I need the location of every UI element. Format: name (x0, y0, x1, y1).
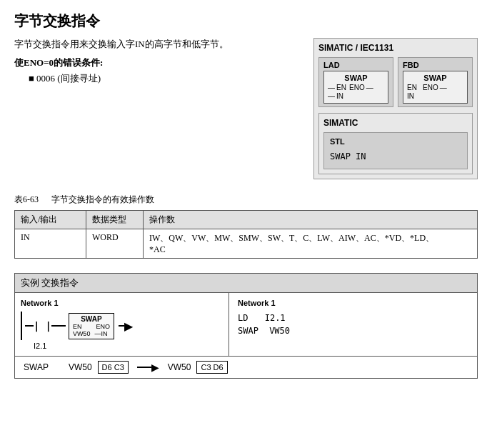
fbd-label: FBD (403, 61, 468, 69)
ld-instr: LD (238, 313, 248, 323)
example-ladder: Network 1 | | (15, 293, 229, 356)
lad-label: LAD (323, 61, 388, 69)
swap-en-row: EN ENO (73, 323, 110, 330)
lad-in-row: — IN (328, 92, 384, 100)
example-title: 实例 交换指令 (15, 274, 477, 293)
swap-operand: VW50 (269, 326, 290, 336)
simatic-iec-box: SIMATIC / IEC1131 LAD SWAP — EN ENO — (313, 38, 478, 179)
bullet-text: 0006 (间接寻址) (36, 73, 101, 84)
swap-eno-label: ENO (96, 323, 110, 330)
page-title: 字节交换指令 (14, 11, 478, 31)
simatic-iec-title: SIMATIC / IEC1131 (318, 43, 473, 53)
wire1 (25, 325, 34, 327)
example-section: 实例 交换指令 Network 1 | (14, 273, 478, 379)
eno-condition-label: 使ENO=0的错误条件: (14, 56, 299, 69)
swap-en-label: EN (73, 323, 82, 330)
lad-en-row: — EN ENO — (328, 84, 384, 91)
table-section: 表6-63 字节交换指令的有效操作数 输入/输出 数据类型 操作数 IN WOR… (14, 194, 478, 259)
example-bottom: SWAP VW50 D6 C3 ▶ VW50 C3 D6 (15, 356, 477, 378)
bottom-bytes-right-box: C3 D6 (196, 361, 227, 374)
left-content: 字节交换指令用来交换输入字IN的高字节和低字节。 使ENO=0的错误条件: ■ … (14, 38, 313, 94)
operand-table: 输入/输出 数据类型 操作数 IN WORD IW、QW、VW、MW、SMW、S… (14, 210, 478, 259)
simatic2-title: SIMATIC (323, 118, 468, 128)
table-caption: 表6-63 字节交换指令的有效操作数 (14, 194, 478, 206)
col-header-io: 输入/输出 (15, 211, 86, 229)
fbd-en-row: EN ENO — (407, 84, 463, 91)
table-header-row: 输入/输出 数据类型 操作数 (15, 211, 478, 229)
wire3 (119, 325, 124, 327)
bullet-symbol: ■ (29, 73, 36, 84)
network-label-left: Network 1 (21, 299, 223, 307)
arrow-head: ▶ (151, 362, 159, 373)
ladder-rung: | | SWAP EN ENO (21, 312, 223, 340)
fbd-box: FBD SWAP EN ENO — IN (398, 57, 473, 107)
fbd-en-label: EN (407, 84, 420, 91)
intro-text: 字节交换指令用来交换输入字IN的高字节和低字节。 (14, 38, 299, 51)
col-header-type: 数据类型 (86, 211, 144, 229)
cell-type: WORD (86, 229, 144, 259)
swap-block-title: SWAP (73, 315, 110, 323)
lad-in-dash: — (328, 92, 335, 100)
lad-swap-title: SWAP (328, 74, 384, 82)
col-header-operand: 操作数 (144, 211, 478, 229)
output-arrow: ▶ (119, 319, 133, 333)
swap-line: SWAP VW50 (238, 326, 290, 336)
bullet-item: ■ 0006 (间接寻址) (29, 72, 299, 85)
example-content: Network 1 | | (15, 293, 477, 356)
top-section: 字节交换指令用来交换输入字IN的高字节和低字节。 使ENO=0的错误条件: ■ … (14, 38, 478, 179)
cell-io: IN (15, 229, 86, 259)
arrow-symbol: ▶ (124, 319, 133, 333)
lad-eno-dash: — (366, 84, 373, 91)
table-caption-text: 字节交换指令的有效操作数 (51, 194, 154, 204)
wire2 (51, 325, 66, 327)
fbd-swap-inner: SWAP EN ENO — IN (403, 71, 468, 104)
bottom-vw50-right: VW50 (168, 362, 191, 372)
fbd-swap-title: SWAP (407, 74, 463, 82)
fbd-in-row: IN (407, 92, 463, 100)
example-stl: Network 1 LD I2.1 SWAP VW50 (229, 293, 298, 356)
stl-label: STL (330, 137, 461, 146)
fbd-eno-dash: — (440, 84, 447, 91)
table-caption-spacer (41, 194, 49, 204)
simatic-iec-container: SIMATIC / IEC1131 LAD SWAP — EN ENO — (313, 38, 478, 179)
table-caption-num: 表6-63 (14, 194, 39, 204)
bottom-vw50-left: VW50 (69, 362, 92, 372)
bottom-bytes-right: C3 D6 (201, 363, 223, 372)
lad-fbd-row: LAD SWAP — EN ENO — — IN (318, 57, 473, 107)
swap-in-label: VW50 (73, 330, 91, 337)
bottom-swap-label: SWAP (24, 362, 49, 372)
swap-in-row: VW50 —IN (73, 330, 110, 337)
lad-in-label: IN (336, 92, 349, 100)
bottom-bytes-left-box: D6 C3 (98, 361, 129, 374)
contact-label: I2.1 (34, 342, 223, 350)
arrow-line (137, 367, 151, 368)
contact-symbol: | | (34, 320, 51, 332)
network-label-right: Network 1 (238, 299, 290, 307)
contact-left: | (34, 320, 39, 332)
bottom-bytes-left: D6 C3 (102, 363, 124, 372)
lad-eno-label: ENO (349, 84, 365, 91)
page-container: 字节交换指令 字节交换指令用来交换输入字IN的高字节和低字节。 使ENO=0的错… (14, 11, 478, 379)
swap-instr: SWAP (238, 326, 258, 336)
ld-line: LD I2.1 (238, 313, 290, 323)
fbd-eno-label: ENO (423, 84, 438, 91)
fbd-in-label: IN (407, 92, 420, 100)
cell-operand: IW、QW、VW、MW、SMW、SW、T、C、LW、AIW、AC、*VD、*LD… (144, 229, 478, 259)
bottom-arrow: ▶ (137, 362, 159, 373)
left-bus (21, 312, 22, 340)
contact-right: | (45, 320, 51, 332)
rung-line: | | (21, 312, 66, 340)
lad-box: LAD SWAP — EN ENO — — IN (318, 57, 393, 107)
lad-en-dash-left: — (328, 84, 335, 91)
lad-en-label: EN (336, 84, 349, 91)
swap-function-block: SWAP EN ENO VW50 —IN (69, 313, 114, 339)
ld-operand: I2.1 (265, 313, 286, 323)
stl-lines: LD I2.1 SWAP VW50 (238, 313, 290, 336)
simatic2-box: SIMATIC STL SWAP IN (318, 113, 473, 174)
stl-box: STL SWAP IN (323, 132, 468, 169)
stl-content: SWAP IN (330, 149, 461, 164)
table-row: IN WORD IW、QW、VW、MW、SMW、SW、T、C、LW、AIW、AC… (15, 229, 478, 259)
swap-in-suffix: —IN (94, 330, 107, 337)
lad-swap-inner: SWAP — EN ENO — — IN (323, 71, 388, 104)
